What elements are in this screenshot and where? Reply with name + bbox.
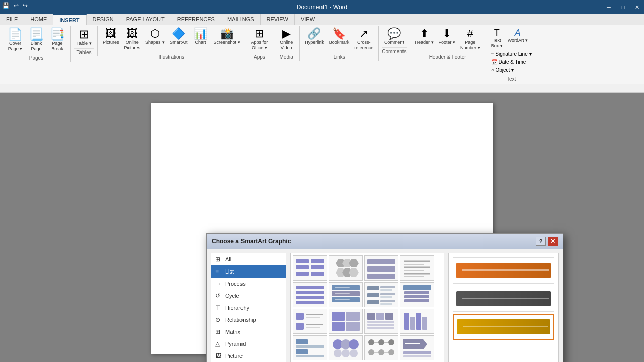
cat-hierarchy[interactable]: ⊤ Hierarchy	[211, 302, 286, 314]
dialog-body: ⊞ All ≡ List → Process	[207, 249, 563, 362]
pictures-btn[interactable]: 🖼 Pictures	[101, 27, 121, 46]
graphic-detailed-list[interactable]	[329, 282, 363, 307]
graphic-arrow-list[interactable]	[400, 335, 434, 360]
graphic-circular-process[interactable]	[329, 335, 363, 360]
cat-matrix[interactable]: ⊞ Matrix	[211, 326, 286, 338]
tab-references[interactable]: REFERENCES	[171, 14, 221, 25]
bookmark-icon: 🔖	[332, 28, 346, 39]
svg-rect-41	[404, 291, 429, 294]
cat-process[interactable]: → Process	[211, 278, 286, 290]
smartart-dialog: Choose a SmartArt Graphic ? ✕ ⊞ All	[206, 233, 564, 362]
smartart-label: SmartArt	[170, 40, 188, 45]
graphic-horizontal-lines[interactable]	[400, 255, 434, 281]
preview-item-yellow	[453, 314, 554, 340]
close-btn[interactable]: ✕	[630, 0, 644, 14]
save-icon[interactable]: 💾	[2, 2, 10, 9]
quick-access-toolbar[interactable]: 💾 ↩ ↪	[2, 2, 30, 9]
chart-btn[interactable]: 📊 Chart	[191, 27, 211, 46]
svg-rect-36	[380, 296, 392, 298]
tab-insert[interactable]: INSERT	[53, 14, 86, 25]
bookmark-btn[interactable]: 🔖 Bookmark	[327, 27, 352, 46]
footer-btn[interactable]: ⬇ Footer ▾	[437, 27, 458, 46]
cat-list[interactable]: ≡ List	[211, 265, 286, 278]
svg-point-81	[378, 349, 384, 355]
cat-cycle[interactable]: ↺ Cycle	[211, 290, 286, 302]
cat-pyramid-icon: △	[215, 340, 222, 347]
tab-review[interactable]: REVIEW	[261, 14, 295, 25]
tab-file[interactable]: FILE	[0, 14, 24, 25]
svg-rect-52	[332, 322, 345, 331]
object-btn[interactable]: ○ Object ▾	[489, 66, 516, 74]
graphic-grouped-list[interactable]	[329, 309, 363, 334]
tab-home[interactable]: HOME	[24, 14, 53, 25]
cover-page-btn[interactable]: 📄 CoverPage ▾	[5, 27, 25, 53]
footer-icon: ⬇	[442, 28, 451, 39]
smartart-icon: 🔷	[172, 28, 185, 39]
page-break-btn[interactable]: 📑 PageBreak	[47, 27, 67, 53]
graphic-dots-diagram[interactable]	[364, 335, 398, 360]
apps-office-label: Apps forOffice ▾	[251, 40, 268, 51]
tab-page-layout[interactable]: PAGE LAYOUT	[120, 14, 171, 25]
group-comments: 💬 Comment Comments	[379, 26, 410, 55]
minimize-btn[interactable]: ─	[602, 0, 616, 14]
online-pictures-label: OnlinePictures	[124, 40, 141, 51]
header-btn[interactable]: ⬆ Header ▾	[413, 27, 436, 46]
cat-cycle-label: Cycle	[225, 293, 239, 299]
smartart-btn[interactable]: 🔷 SmartArt	[168, 27, 190, 46]
dialog-help-btn[interactable]: ?	[536, 237, 546, 246]
illustrations-group-label: Illustrations	[101, 53, 243, 60]
graphic-simple-list[interactable]	[293, 282, 327, 307]
ribbon-content: 📄 CoverPage ▾ 📃 BlankPage 📑 PageBreak Pa…	[0, 25, 644, 84]
page-break-icon: 📑	[50, 28, 65, 40]
cat-picture[interactable]: 🖼 Picture	[211, 350, 286, 362]
comment-btn[interactable]: 💬 Comment	[382, 27, 406, 46]
graphic-stacked-list[interactable]	[364, 255, 398, 281]
graphic-3col-list[interactable]	[364, 309, 398, 334]
blank-page-btn[interactable]: 📃 BlankPage	[26, 27, 46, 53]
cat-pyramid[interactable]: △ Pyramid	[211, 338, 286, 350]
header-label: Header ▾	[415, 40, 434, 45]
cat-relationship[interactable]: ⊙ Relationship	[211, 314, 286, 326]
tab-view[interactable]: VIEW	[295, 14, 321, 25]
sig-line-btn[interactable]: ≡ Signature Line ▾	[489, 50, 534, 58]
group-text: T TextBox ▾ A WordArt ▾ ≡ Signature Line…	[486, 26, 537, 83]
cross-ref-label: Cross-reference	[354, 40, 373, 51]
cross-ref-btn[interactable]: ↗ Cross-reference	[352, 27, 375, 52]
svg-rect-61	[410, 317, 415, 330]
svg-point-83	[388, 349, 394, 355]
tab-design[interactable]: DESIGN	[87, 14, 120, 25]
cat-all[interactable]: ⊞ All	[211, 253, 286, 265]
redo-icon[interactable]: ↪	[23, 2, 28, 9]
online-pictures-btn[interactable]: 🖼 OnlinePictures	[122, 27, 143, 52]
shapes-btn[interactable]: ⬡ Shapes ▾	[143, 27, 167, 46]
wordart-icon: A	[515, 28, 521, 37]
graphic-vertical-bars[interactable]	[400, 309, 434, 334]
graphic-indented-list[interactable]	[364, 282, 398, 307]
date-time-btn[interactable]: 📅 Date & Time	[489, 58, 528, 66]
maximize-btn[interactable]: □	[616, 0, 630, 14]
window-controls[interactable]: ─ □ ✕	[602, 0, 644, 14]
page-number-btn[interactable]: # PageNumber ▾	[458, 27, 482, 52]
svg-rect-0	[296, 259, 309, 263]
hyperlink-btn[interactable]: 🔗 Hyperlink	[303, 27, 326, 46]
undo-icon[interactable]: ↩	[14, 2, 19, 9]
screenshot-btn[interactable]: 📸 Screenshot ▾	[212, 27, 243, 46]
graphic-hexagon-cluster[interactable]	[329, 255, 363, 281]
graphic-bullet-accent[interactable]	[293, 309, 327, 334]
svg-rect-50	[332, 312, 345, 321]
online-video-btn[interactable]: ▶ OnlineVideo	[276, 27, 296, 52]
apps-office-btn[interactable]: ⊞ Apps forOffice ▾	[249, 27, 270, 52]
tab-mailings[interactable]: MAILINGS	[221, 14, 261, 25]
dialog-close-btn[interactable]: ✕	[548, 237, 558, 246]
graphic-basic-block-list[interactable]	[293, 255, 327, 281]
svg-rect-21	[296, 286, 324, 289]
cat-picture-icon: 🖼	[215, 352, 222, 359]
textbox-btn[interactable]: T TextBox ▾	[489, 27, 505, 50]
graphic-vertical-boxes[interactable]	[400, 282, 434, 307]
wordart-btn[interactable]: A WordArt ▾	[506, 27, 530, 50]
table-btn[interactable]: ⊞ Table ▾	[74, 27, 94, 47]
graphic-small-boxes[interactable]	[293, 335, 327, 360]
header-footer-group-label: Header & Footer	[413, 53, 482, 60]
cat-hierarchy-label: Hierarchy	[225, 305, 249, 311]
date-time-label: 📅 Date & Time	[491, 59, 526, 65]
